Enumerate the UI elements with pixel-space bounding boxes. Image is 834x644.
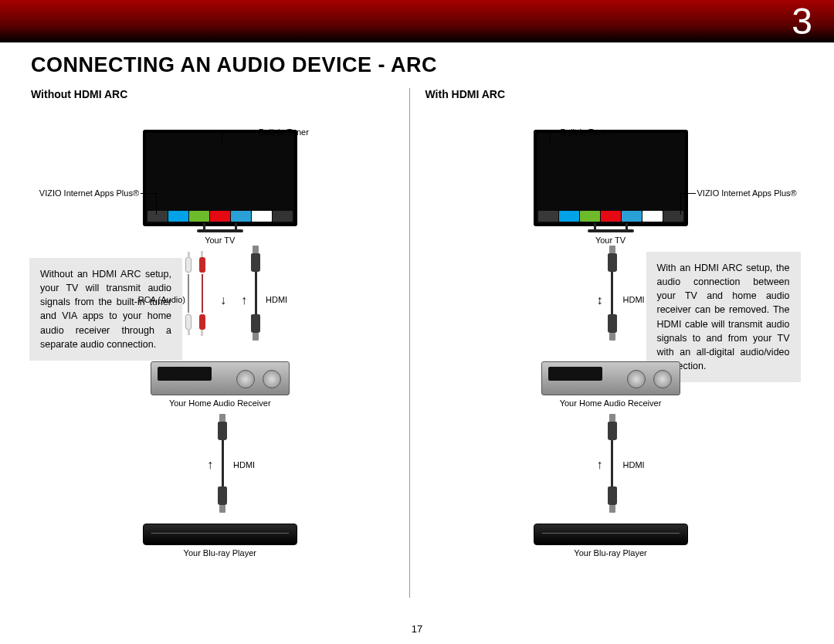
apps-label: VIZIO Internet Apps Plus®	[31, 188, 139, 198]
hdmi-cable-bottom-icon	[218, 422, 227, 505]
chapter-banner: 3	[0, 0, 834, 42]
receiver-caption: Your Home Audio Receiver	[151, 398, 290, 408]
hdmi-label-top: HDMI	[266, 295, 287, 304]
tv-illustration: Your TV	[534, 130, 688, 245]
receiver-illustration: Your Home Audio Receiver	[541, 361, 680, 408]
chapter-number: 3	[792, 0, 812, 42]
hdmi-cable-top-icon	[251, 253, 260, 333]
bluray-player-icon	[534, 524, 688, 545]
page-title: CONNECTING AN AUDIO DEVICE - ARC	[31, 53, 834, 77]
column-with-arc: With HDMI ARC Your TV Built-in Tuner	[410, 80, 804, 605]
arrow-up-icon: ↑	[597, 458, 603, 472]
bluray-caption: Your Blu-ray Player	[534, 548, 688, 558]
callout-line	[222, 132, 256, 133]
audio-receiver-icon	[151, 361, 290, 395]
tv-frame-icon	[143, 130, 297, 226]
callout-line	[550, 132, 559, 133]
page-number: 17	[0, 623, 834, 635]
callout-line	[680, 193, 696, 194]
tv-caption: Your TV	[143, 236, 297, 245]
bluray-illustration: Your Blu-ray Player	[534, 524, 688, 558]
bluray-caption: Your Blu-ray Player	[143, 548, 297, 558]
description-box-left: Without an HDMI ARC setup, your TV will …	[29, 258, 182, 361]
column-without-arc: Without HDMI ARC Your TV Built-in Tuner	[31, 80, 409, 605]
arrow-updown-icon: ↕	[597, 293, 603, 307]
callout-line	[156, 193, 157, 215]
arrow-up-icon: ↑	[241, 293, 247, 307]
diagram-without-arc: Your TV Built-in Tuner VIZIO Internet Ap…	[31, 107, 409, 601]
tuner-label: Built-in Tuner	[561, 127, 611, 137]
audio-receiver-icon	[541, 361, 680, 395]
two-column-layout: Without HDMI ARC Your TV Built-in Tuner	[0, 80, 834, 605]
callout-line	[680, 193, 681, 215]
tuner-label: Built-in Tuner	[259, 127, 309, 137]
bluray-illustration: Your Blu-ray Player	[143, 524, 297, 558]
subheading-left: Without HDMI ARC	[31, 88, 409, 100]
receiver-illustration: Your Home Audio Receiver	[151, 361, 290, 408]
hdmi-label-bottom: HDMI	[623, 460, 645, 469]
tv-caption: Your TV	[534, 236, 688, 245]
hdmi-label-top: HDMI	[623, 295, 645, 304]
rca-cable-icon	[185, 257, 205, 330]
diagram-with-arc: Your TV Built-in Tuner VIZIO Internet Ap…	[425, 107, 804, 601]
receiver-caption: Your Home Audio Receiver	[541, 398, 680, 408]
hdmi-cable-top-icon	[608, 253, 617, 333]
callout-line	[222, 132, 222, 144]
callout-line	[141, 193, 156, 194]
arrow-up-icon: ↑	[207, 458, 213, 472]
apps-label: VIZIO Internet Apps Plus®	[697, 188, 797, 198]
tv-frame-icon	[534, 130, 688, 226]
arrow-down-icon: ↓	[220, 293, 226, 307]
bluray-player-icon	[143, 524, 297, 545]
tv-illustration: Your TV	[143, 130, 297, 245]
hdmi-cable-bottom-icon	[608, 422, 617, 505]
hdmi-label-bottom: HDMI	[233, 460, 255, 469]
subheading-right: With HDMI ARC	[425, 88, 804, 100]
callout-line	[550, 132, 551, 144]
rca-label: RCA (Audio)	[138, 295, 185, 304]
